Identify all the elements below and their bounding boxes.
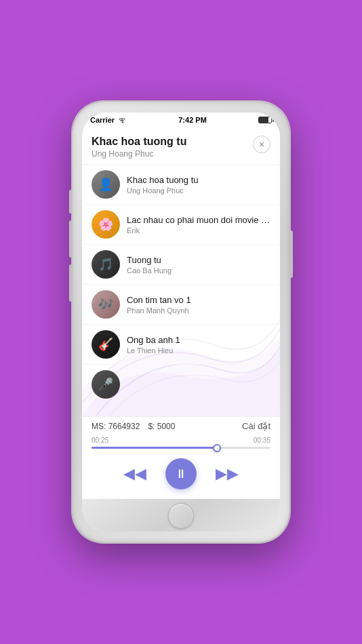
- avatar: 🎸: [92, 330, 120, 359]
- list-item[interactable]: 🎵 Tuong tu Cao Ba Hung: [82, 245, 280, 285]
- header-text: Khac hoa tuong tu Ung Hoang Phuc: [92, 136, 186, 159]
- ms-bar: MS: 7664932 $: 5000 Cài đặt: [82, 416, 280, 435]
- avatar: 🎵: [92, 250, 120, 279]
- list-item[interactable]: 🎸 Ong ba anh 1 Le Thien Hieu: [82, 325, 280, 365]
- current-song-artist: Ung Hoang Phuc: [92, 149, 186, 159]
- forward-icon: ▶▶: [216, 465, 239, 483]
- song-list: 👤 Khac hoa tuong tu Ung Hoang Phuc 🌸 Lac…: [82, 165, 280, 416]
- home-button[interactable]: [168, 503, 194, 529]
- price-label: $: 5000: [148, 422, 175, 431]
- song-info: Lac nhau co phai muon doi movie versi...…: [127, 215, 270, 235]
- rewind-icon: ◀◀: [123, 465, 146, 483]
- ms-info: MS: 7664932 $: 5000: [92, 422, 175, 431]
- app-content: Khac hoa tuong tu Ung Hoang Phuc ×: [82, 127, 280, 499]
- rewind-button[interactable]: ◀◀: [123, 465, 146, 483]
- avatar: 👤: [92, 170, 120, 199]
- pause-button[interactable]: ⏸: [165, 458, 197, 489]
- song-info: Khac hoa tuong tu Ung Hoang Phuc: [127, 175, 270, 195]
- pause-icon: ⏸: [175, 467, 187, 481]
- time-row: 00:25 00:35: [92, 437, 270, 444]
- power-button[interactable]: [290, 230, 293, 278]
- status-time: 7:42 PM: [178, 116, 207, 124]
- volume-down-button[interactable]: [69, 264, 72, 302]
- song-info: Con tim tan vo 1 Phan Manh Quynh: [127, 295, 270, 315]
- song-artist: Ung Hoang Phuc: [127, 186, 270, 195]
- wifi-icon: [117, 117, 127, 123]
- song-title: Lac nhau co phai muon doi movie versi...: [127, 215, 270, 225]
- phone-screen: Carrier 7:42 PM Khac: [82, 113, 280, 531]
- avatar: 🌸: [92, 210, 120, 239]
- app-footer: MS: 7664932 $: 5000 Cài đặt 00:25 00:35: [82, 416, 280, 499]
- settings-button[interactable]: Cài đặt: [242, 421, 270, 431]
- progress-bar[interactable]: [92, 447, 270, 449]
- volume-up-button[interactable]: [69, 220, 72, 258]
- current-song-title: Khac hoa tuong tu: [92, 136, 186, 148]
- phone-frame: Carrier 7:42 PM Khac: [73, 102, 289, 542]
- battery-icon: [258, 117, 272, 123]
- status-battery-area: [258, 117, 272, 123]
- close-button[interactable]: ×: [253, 136, 270, 153]
- close-icon: ×: [259, 139, 264, 150]
- status-carrier-area: Carrier: [90, 116, 127, 124]
- song-artist: Le Thien Hieu: [127, 346, 270, 355]
- home-button-area: [82, 499, 280, 531]
- time-end: 00:35: [254, 437, 270, 444]
- song-title: Con tim tan vo 1: [127, 295, 270, 305]
- song-info: Tuong tu Cao Ba Hung: [127, 255, 270, 275]
- song-artist: Phan Manh Quynh: [127, 306, 270, 315]
- list-item[interactable]: 🎶 Con tim tan vo 1 Phan Manh Quynh: [82, 285, 280, 325]
- avatar: 🎤: [92, 370, 120, 399]
- avatar: 🎶: [92, 290, 120, 319]
- progress-section: 00:25 00:35: [82, 435, 280, 453]
- forward-button[interactable]: ▶▶: [216, 465, 239, 483]
- time-start: 00:25: [92, 437, 108, 444]
- song-title: Khac hoa tuong tu: [127, 175, 270, 185]
- playback-controls: ◀◀ ⏸ ▶▶: [82, 453, 280, 499]
- status-bar: Carrier 7:42 PM: [82, 113, 280, 127]
- ms-label: MS: 7664932: [92, 422, 140, 431]
- song-artist: Erik: [127, 226, 270, 235]
- song-info: Ong ba anh 1 Le Thien Hieu: [127, 335, 270, 355]
- progress-thumb: [213, 444, 221, 452]
- list-item[interactable]: 👤 Khac hoa tuong tu Ung Hoang Phuc: [82, 165, 280, 205]
- song-title: Tuong tu: [127, 255, 270, 265]
- progress-fill: [92, 447, 217, 449]
- carrier-label: Carrier: [90, 116, 115, 124]
- song-title: Ong ba anh 1: [127, 335, 270, 345]
- list-item[interactable]: 🌸 Lac nhau co phai muon doi movie versi.…: [82, 205, 280, 245]
- song-artist: Cao Ba Hung: [127, 266, 270, 275]
- app-header: Khac hoa tuong tu Ung Hoang Phuc ×: [82, 127, 280, 165]
- list-item-partial: 🎤: [82, 365, 280, 404]
